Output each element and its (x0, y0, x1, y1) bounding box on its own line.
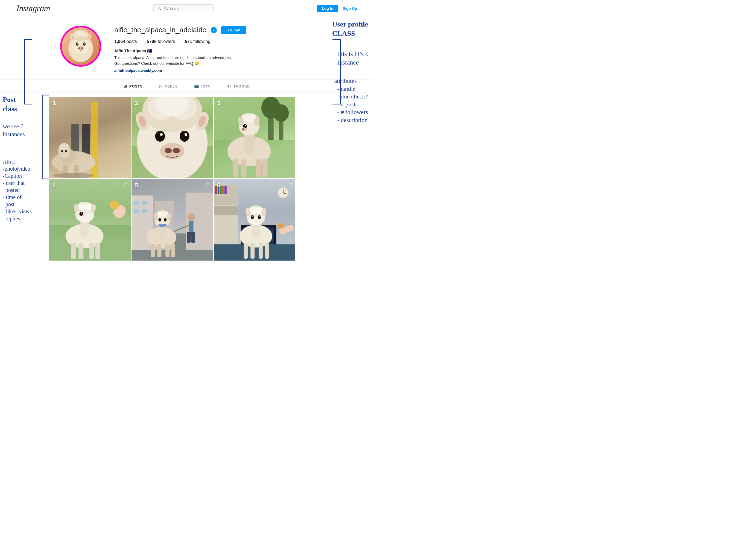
post-image-5 (131, 179, 213, 261)
svg-rect-68 (256, 159, 261, 177)
search-bar[interactable]: 🔍 (153, 4, 213, 12)
svg-rect-150 (243, 243, 248, 259)
post-number: 3 (217, 100, 221, 107)
tab-tagged[interactable]: 🏷 TAGGED (227, 80, 250, 92)
svg-point-149 (278, 223, 284, 229)
igtv-tab-icon: 📺 (194, 84, 199, 88)
svg-point-145 (252, 216, 254, 217)
svg-point-144 (251, 215, 254, 219)
svg-rect-85 (71, 243, 76, 259)
post-item[interactable]: 1 (49, 97, 131, 178)
svg-point-63 (245, 125, 247, 126)
post-image-3 (214, 97, 295, 178)
post-item[interactable]: 4 ◻ (49, 179, 131, 261)
post-media-icon: ◻ (206, 182, 210, 187)
svg-rect-97 (142, 209, 147, 213)
svg-point-146 (258, 215, 261, 219)
following-stat: 671 following (185, 39, 210, 44)
svg-rect-101 (191, 232, 195, 243)
svg-point-98 (187, 213, 195, 221)
post-item[interactable]: 6 ◻ (214, 179, 295, 261)
svg-rect-127 (225, 186, 227, 194)
svg-rect-114 (157, 244, 161, 257)
svg-rect-121 (214, 196, 238, 205)
search-input[interactable] (164, 6, 209, 10)
annotation-post-attrs: Attrs:-photo|video-Caption- user that po… (3, 158, 32, 222)
header: Instagram 🔍 Log In Sign Up (0, 0, 374, 17)
svg-rect-96 (134, 209, 139, 213)
svg-rect-94 (134, 201, 139, 205)
post-image-1 (49, 97, 131, 178)
svg-point-15 (78, 47, 80, 49)
svg-point-147 (259, 216, 261, 217)
svg-rect-100 (187, 232, 191, 243)
svg-point-83 (79, 212, 83, 216)
svg-rect-87 (89, 243, 94, 259)
post-image-2 (131, 97, 213, 178)
tab-posts[interactable]: ⊞ POSTS (124, 80, 143, 92)
post-number: 6 (217, 182, 221, 189)
svg-rect-86 (78, 243, 83, 259)
search-icon: 🔍 (157, 6, 162, 10)
svg-point-74 (110, 201, 120, 209)
profile-link[interactable]: alfiethealpaca.weebly.com (114, 68, 162, 73)
svg-rect-116 (171, 244, 175, 257)
tab-posts-label: POSTS (129, 84, 143, 88)
tab-igtv-label: IGTV (201, 84, 210, 88)
profile-top: alfie_the_alpaca_in_adelaide ✓ Follow (114, 26, 357, 34)
svg-point-46 (164, 148, 172, 153)
post-number: 4 (52, 182, 56, 189)
svg-point-16 (81, 47, 83, 49)
alpaca-avatar-image (64, 30, 97, 62)
svg-point-42 (180, 131, 189, 142)
bracket-post-left (42, 95, 49, 179)
login-button[interactable]: Log In (317, 5, 338, 12)
svg-point-28 (61, 150, 63, 152)
post-media-icon: ◻ (288, 182, 292, 187)
svg-point-13 (84, 43, 85, 44)
svg-rect-115 (165, 244, 170, 257)
svg-point-45 (160, 143, 184, 159)
svg-rect-95 (142, 201, 147, 205)
annotation-six-instances: we see 6instances (3, 123, 25, 138)
username: alfie_the_alpaca_in_adelaide (114, 26, 206, 34)
tagged-tab-icon: 🏷 (227, 84, 231, 88)
tab-igtv[interactable]: 📺 IGTV (194, 80, 210, 92)
svg-rect-151 (251, 243, 255, 259)
signup-button[interactable]: Sign Up (343, 6, 357, 11)
profile-bio: This is our alpaca, Alfie, and these are… (114, 55, 235, 67)
posts-grid: 1 (49, 96, 295, 261)
svg-point-65 (242, 128, 244, 130)
post-media-icon: ◻ (124, 182, 127, 187)
profile-display-name: Alfie The Alpaca 🇦🇺 (114, 48, 357, 53)
posts-area: Postclass we see 6instances Attrs:-photo… (0, 93, 374, 265)
reels-tab-icon: ▷ (159, 84, 162, 88)
avatar (60, 26, 101, 67)
svg-point-53 (274, 104, 289, 122)
svg-rect-152 (259, 243, 263, 259)
post-item[interactable]: 5 ◻ (131, 179, 213, 261)
svg-point-29 (65, 150, 67, 152)
annotation-post-class: Postclass (3, 95, 17, 114)
post-item[interactable]: 2 (131, 97, 213, 178)
tab-reels[interactable]: ▷ REELS (159, 80, 178, 92)
profile-section: alfie_the_alpaca_in_adelaide ✓ Follow 1,… (0, 17, 374, 80)
avatar-inner (62, 27, 100, 65)
svg-rect-66 (233, 159, 238, 177)
follow-button[interactable]: Follow (221, 26, 247, 34)
post-number: 1 (52, 100, 56, 107)
svg-rect-153 (265, 243, 269, 259)
svg-point-43 (160, 133, 163, 136)
svg-rect-122 (214, 206, 238, 215)
post-image-6 (214, 179, 295, 261)
svg-rect-67 (241, 159, 247, 177)
post-number: 2 (135, 100, 138, 107)
profile-stats: 1,064 posts 578k followers 671 following (114, 39, 357, 44)
svg-point-14 (77, 46, 84, 51)
svg-point-25 (53, 173, 94, 178)
post-item[interactable]: 3 (214, 97, 295, 178)
svg-rect-88 (96, 243, 100, 259)
profile-info: alfie_the_alpaca_in_adelaide ✓ Follow 1,… (114, 26, 357, 73)
svg-point-84 (81, 212, 82, 213)
svg-point-112 (164, 218, 166, 222)
